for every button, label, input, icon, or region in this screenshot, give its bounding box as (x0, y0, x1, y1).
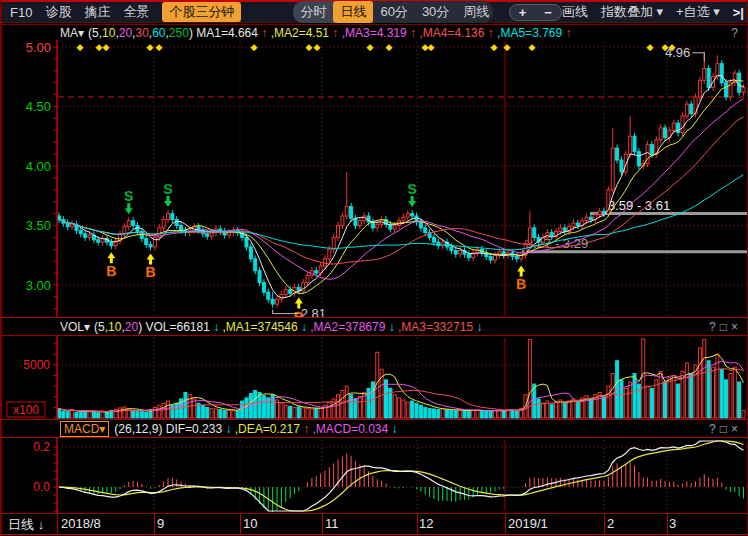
volume-chart-pane[interactable]: 5000x100 (2, 336, 748, 419)
time-axis-separator (505, 514, 506, 534)
month-label: 9 (157, 516, 164, 531)
add-watchlist-dropdown[interactable]: +自选 ▾ (676, 3, 720, 21)
collapse-panel-icon[interactable]: >| (733, 5, 744, 20)
volume-grid (58, 338, 747, 418)
macd-indicator-dropdown[interactable]: MACD▾ (60, 421, 109, 437)
macd-header: MACD▾ (26,12,9) DIF=0.233 ↓ ,DEA=0.217 ↑… (2, 420, 747, 437)
svg-text:S: S (124, 188, 133, 204)
toolbar-right: 画线 指数叠加 ▾ +自选 ▾ >| (562, 3, 747, 21)
period-intraday[interactable]: 分时 (293, 1, 333, 23)
price-grid (58, 42, 747, 316)
close-icon[interactable]: × (731, 320, 742, 334)
macd-chart-pane[interactable]: 0.20.0 (2, 438, 748, 513)
diagnose-stock-button[interactable]: 诊股 (45, 3, 71, 21)
period-indicator[interactable]: 日线 ↓ (8, 516, 44, 534)
maximize-icon[interactable]: □ (720, 320, 731, 334)
macd-values: (26,12,9) DIF=0.233 ↓ ,DEA=0.217 ↑ ,MACD… (114, 422, 397, 436)
support-resistance-lines: 3.59 - 3.613.27 - 3.29 (522, 198, 748, 252)
svg-text:x100: x100 (13, 403, 39, 417)
close-icon[interactable]: × (731, 422, 742, 436)
svg-text:5000: 5000 (23, 358, 50, 372)
ma-header: MA▾ (5,10,20,30,60,250) MA1=4.664 ↑ ,MA2… (2, 24, 747, 41)
svg-text:◆: ◆ (306, 42, 313, 52)
time-axis-separator (240, 514, 241, 534)
index-overlay-dropdown[interactable]: 指数叠加 ▾ (601, 3, 663, 21)
time-axis-separator (57, 514, 58, 534)
stock-3min-button[interactable]: 个股三分钟 (162, 2, 241, 22)
period-30min[interactable]: 30分 (415, 1, 456, 23)
svg-text:◆: ◆ (647, 42, 654, 52)
ma-line-10 (59, 80, 744, 293)
svg-text:0.2: 0.2 (33, 440, 50, 454)
svg-text:4.00: 4.00 (26, 159, 51, 174)
draw-line-button[interactable]: 画线 (562, 3, 588, 21)
macd-pane-controls: ?□× (709, 422, 742, 436)
dea-line (59, 441, 744, 511)
svg-text:◆: ◆ (504, 42, 511, 52)
time-axis-separator (154, 514, 155, 534)
svg-text:◆: ◆ (314, 42, 321, 52)
svg-text:5.00: 5.00 (26, 40, 51, 55)
macd-histogram (59, 454, 744, 512)
price-chart-pane[interactable]: 3.59 - 3.613.27 - 3.29◆◆◆◆◆◆◆◆◆◆◆◆◆◆◆◆◆◆… (2, 40, 748, 318)
panorama-button[interactable]: 全景 (123, 3, 149, 21)
svg-text:◆: ◆ (77, 42, 84, 52)
zoom-out-button[interactable]: − (535, 5, 561, 20)
time-axis-separator (604, 514, 605, 534)
svg-text:S: S (163, 181, 172, 197)
svg-text:3.50: 3.50 (26, 218, 51, 233)
period-weekly[interactable]: 周线 ▾ (456, 1, 492, 23)
zoom-in-button[interactable]: + (510, 5, 536, 20)
month-label: 10 (243, 516, 257, 531)
help-icon[interactable]: ? (709, 422, 720, 436)
stock-chart-window: F10 诊股 擒庄 全景 个股三分钟 分时 日线 60分 30分 周线 ▾ + … (0, 0, 748, 536)
svg-text:B: B (106, 263, 116, 279)
svg-text:◆: ◆ (491, 42, 498, 52)
volume-header: VOL▾ (5,10,20) VOL=66181 ↓ ,MA1=374546 ↓… (2, 318, 747, 336)
period-60min[interactable]: 60分 (373, 1, 414, 23)
vol-pane-controls: ?□× (709, 320, 742, 334)
time-axis-separator (322, 514, 323, 534)
ma-indicator-dropdown[interactable]: MA▾ (60, 26, 84, 40)
svg-text:4.50: 4.50 (26, 99, 51, 114)
month-label: 2018/8 (61, 516, 101, 531)
svg-text:◆: ◆ (386, 42, 393, 52)
month-label: 11 (325, 516, 339, 531)
svg-text:◆: ◆ (367, 42, 374, 52)
top-toolbar: F10 诊股 擒庄 全景 个股三分钟 分时 日线 60分 30分 周线 ▾ + … (2, 0, 747, 23)
period-daily[interactable]: 日线 (333, 1, 373, 23)
window-bottom-border (2, 534, 747, 535)
ma-line-30 (59, 117, 744, 264)
help-icon[interactable]: ? (709, 320, 720, 334)
svg-text:◆: ◆ (251, 42, 258, 52)
trade-markers: SSSBBBB (106, 181, 526, 318)
time-axis-separator (417, 514, 418, 534)
svg-text:◆: ◆ (428, 42, 435, 52)
scroll-down-icon[interactable]: ↓ (38, 517, 45, 532)
svg-text:◆: ◆ (529, 42, 536, 52)
help-icon[interactable]: ? (731, 26, 742, 40)
svg-text:3.59 - 3.61: 3.59 - 3.61 (608, 198, 670, 213)
svg-text:3.00: 3.00 (26, 278, 51, 293)
maximize-icon[interactable]: □ (720, 422, 731, 436)
ma-values: (5,10,20,30,60,250) MA1=4.664 ↑ ,MA2=4.5… (88, 26, 571, 40)
zoom-buttons: + − (509, 4, 562, 21)
f10-button[interactable]: F10 (10, 5, 32, 20)
svg-text:B: B (516, 276, 526, 292)
svg-text:◆: ◆ (147, 42, 154, 52)
svg-text:4.96: 4.96 (665, 45, 690, 60)
ma-line-5 (59, 75, 744, 298)
svg-text:◆: ◆ (156, 42, 163, 52)
month-label: 12 (419, 516, 433, 531)
vol-values: (5,10,20) VOL=66181 ↓ ,MA1=374546 ↓ ,MA2… (94, 320, 482, 334)
period-switcher: 分时 日线 60分 30分 周线 ▾ (293, 1, 492, 23)
catch-banker-button[interactable]: 擒庄 (84, 3, 110, 21)
volume-axis: 5000x100 (7, 336, 748, 419)
svg-text:B: B (145, 264, 155, 280)
time-axis-bar: 日线 ↓ 2018/891011122019/123 (2, 514, 747, 534)
month-label: 2 (607, 516, 614, 531)
month-label: 2019/1 (508, 516, 548, 531)
svg-text:◆: ◆ (103, 42, 110, 52)
time-axis-separator (667, 514, 668, 534)
vol-indicator-dropdown[interactable]: VOL▾ (60, 320, 90, 334)
